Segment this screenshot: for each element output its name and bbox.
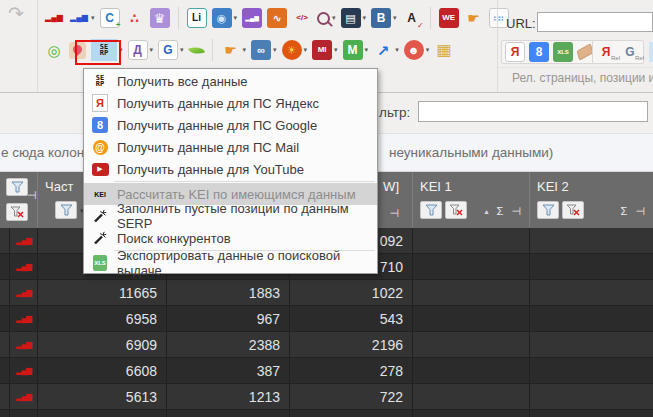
adwords-icon[interactable]: G▾ [158,40,184,60]
m-green-icon[interactable]: M▾ [343,40,369,60]
google-rel-icon[interactable]: GRel [620,42,640,62]
table-row[interactable]: ▂▄▆6608387278 [0,358,653,384]
direct-icon[interactable]: Д▾ [128,40,154,60]
menu-item-3[interactable]: 8Получить данные для ПС Google [84,114,377,136]
yandex-rel-icon[interactable]: ЯRel [596,42,616,62]
person-icon[interactable]: ☻▾ [404,40,430,60]
collect-c-icon[interactable]: C+ [100,8,120,28]
fireball-icon[interactable]: ☀▾ [282,40,308,60]
dropdown-arrow-icon[interactable]: ▾ [91,14,95,22]
filter-icon[interactable] [55,201,77,219]
dropdown-arrow-icon[interactable]: ▾ [393,14,397,22]
dropdown-arrow-icon[interactable]: ▾ [150,46,154,54]
filter-input[interactable] [418,101,648,122]
table-row[interactable]: ▂▄▆690923882196 [0,332,653,358]
key-collector-window: { "colors": { "annotation_red": "#e51010… [0,0,653,417]
frequency-cell: 4917 [38,410,167,417]
menu-item-9[interactable]: XLSЭкспортировать данные о поисковой выд… [84,252,377,274]
liveinternet-icon[interactable]: Li [187,8,207,28]
color-dots-icon[interactable]: ∴ [125,8,145,28]
pin-icon[interactable]: ⊣ [27,190,37,201]
column-title: Част [45,179,73,194]
dropdown-arrow-icon[interactable]: ▾ [365,46,369,54]
table-row[interactable]: ▂▄▆1166518831022 [0,280,653,306]
leaf-icon[interactable] [189,46,204,55]
row-state-cell [0,228,10,254]
chart-icon: ▂▄▆ [10,384,38,410]
red-bars-icon[interactable]: ▂▄▆ [44,8,64,28]
sort-asc-icon[interactable]: ▴ [485,208,489,216]
pin-icon[interactable]: ⊣ [389,208,399,219]
purple-chart-icon: ▂▄▆ [242,8,262,28]
dropdown-arrow-icon[interactable]: ▾ [234,14,238,22]
clipped-icon[interactable] [649,42,653,62]
menu-item-1[interactable]: SERPПолучить все данные [84,70,377,92]
webeffector-icon[interactable]: WE [439,8,459,28]
clear-filter-icon[interactable] [562,201,584,219]
spy-icon[interactable]: ∞▾ [251,40,277,60]
menu-item-4[interactable]: @Получить данные для ПС Mail [84,136,377,158]
dropdown-arrow-icon[interactable]: ▾ [243,46,247,54]
chart-icon: ▂▄▆ [10,306,38,332]
google-icon[interactable]: 8 [529,42,549,62]
sum-icon[interactable]: Σ [497,206,504,217]
hand-icon[interactable]: ☛ [464,8,484,28]
blue-bars-icon[interactable]: ▂▄▆▾ [69,8,95,28]
icon-subscript: Rel [611,55,620,61]
sum-icon[interactable]: Σ [621,206,628,217]
clear-filter-icon[interactable] [6,203,28,221]
header-cell-state[interactable]: ⊣ [0,172,38,228]
url-input[interactable] [537,12,653,32]
kei1-cell [413,254,530,280]
xls-icon[interactable]: XLS [553,42,573,62]
chart-frame-icon[interactable]: ▤▾ [341,8,367,28]
dropdown-arrow-icon[interactable]: ▾ [395,46,399,54]
dropdown-arrow-icon[interactable]: ▾ [332,14,336,22]
search-icon[interactable]: ▾ [317,12,336,25]
filter-icon[interactable] [420,201,442,219]
package-icon[interactable]: ▦ [434,40,454,60]
hand2-icon[interactable]: ☛▾ [221,40,247,60]
collect-c-icon: C+ [100,8,120,28]
color-dots-icon: ∴ [125,8,145,28]
filter-icon[interactable] [537,201,559,219]
green-ring-icon[interactable]: ◎ [44,40,64,60]
col4-cell: 2388 [167,332,290,358]
dropdown-arrow-icon[interactable]: ▾ [273,46,277,54]
clear-filter-icon[interactable] [445,201,467,219]
filter-label: льтр: [379,105,410,120]
table-row[interactable]: ▂▄▆4917745440 [0,410,653,417]
row-state-cell [0,410,10,417]
dropdown-arrow-icon[interactable]: ▾ [334,46,338,54]
redo-icon[interactable]: ↷ [8,2,24,25]
crown-icon[interactable]: ♛ [150,8,170,28]
spellcheck-icon[interactable]: A✓ [402,8,422,28]
menu-item-7[interactable]: Заполнить пустые позиции по данным SERP [84,205,377,227]
up-arrow-icon[interactable]: ↗▾ [373,40,399,60]
metrika-icon[interactable]: ◉▾ [212,8,238,28]
yandex-icon[interactable]: Я [505,42,525,62]
person-icon: ☻ [404,40,424,60]
dropdown-arrow-icon[interactable]: ▾ [304,46,308,54]
header-cell-kei1[interactable]: KEI 1 ▴ Σ ⊣ [413,172,530,228]
dropdown-arrow-icon[interactable]: ▾ [426,46,430,54]
filter-icon[interactable] [6,178,28,196]
vk-icon[interactable]: B▾ [371,8,397,28]
mi-icon[interactable]: MI▾ [312,40,338,60]
table-row[interactable]: ▂▄▆56131213722 [0,384,653,410]
tools-icon[interactable]: </> [292,8,312,28]
pin-icon[interactable]: ⊣ [511,206,521,217]
pin-icon[interactable]: ⊣ [635,206,645,217]
orange-chart-icon[interactable]: ∿ [267,8,287,28]
header-cell-kei2[interactable]: KEI 2 Σ ⊣ [530,172,653,228]
fireball-icon: ☀ [282,40,302,60]
frequency-cell: 11665 [38,280,167,306]
eraser-icon[interactable] [577,47,593,57]
menu-item-label: Экспортировать данные о поисковой выдаче [117,248,377,278]
purple-chart-icon[interactable]: ▂▄▆ [242,8,262,28]
menu-item-2[interactable]: ЯПолучить данные для ПС Яндекс [84,92,377,114]
dropdown-arrow-icon[interactable]: ▾ [180,46,184,54]
menu-item-5[interactable]: ▶Получить данные для YouTube [84,158,377,180]
table-row[interactable]: ▂▄▆6958967543 [0,306,653,332]
dropdown-arrow-icon[interactable]: ▾ [363,14,367,22]
